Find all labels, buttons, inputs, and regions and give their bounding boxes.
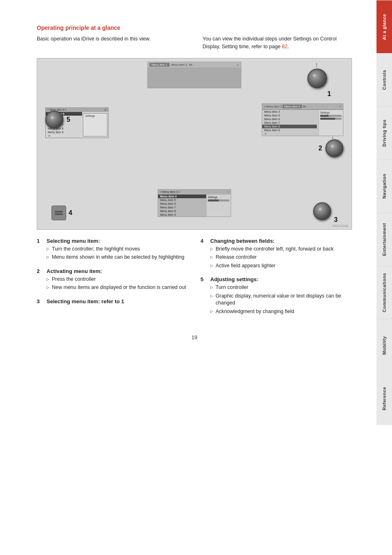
- step2-t2: Menu item 3: [283, 105, 302, 108]
- diagram-gray-screen: [148, 67, 241, 88]
- sub-item-2-1: Press the controller: [47, 276, 188, 283]
- list-number-4: 4: [200, 238, 207, 271]
- step4-body: Menu item 4 Menu item 5 Menu item 6 Menu…: [158, 195, 231, 217]
- diagram-top-tabs: Menu item 2 Menu item 3 Mi… ⊙: [148, 62, 241, 67]
- list-content-5: Adjusting settings: Turn controller Grap…: [210, 276, 352, 316]
- sidebar-tab-controls[interactable]: Controls: [376, 53, 392, 106]
- list-content-2: Activating menu item: Press the controll…: [47, 268, 188, 293]
- step4-panel: « Menu item 3 » ⊙ Menu item 4 Menu item …: [158, 189, 231, 217]
- list-number-3: 3: [37, 298, 43, 306]
- sidebar-tab-at-a-glance[interactable]: At a glance: [376, 0, 392, 53]
- step2-item4: Menu item 4: [262, 110, 317, 114]
- list-item-3: 3 Selecting menu item: refer to 1: [37, 298, 188, 306]
- step2-item9: Menu item 9: [262, 128, 317, 132]
- step2-number: 2: [318, 145, 322, 152]
- list-title-1: Selecting menu item:: [47, 238, 188, 244]
- step4-item4: Menu item 4: [158, 195, 206, 198]
- sub-list-2: Press the controller New menu items are …: [47, 276, 188, 291]
- step4-items: Menu item 4 Menu item 5 Menu item 6 Menu…: [158, 195, 206, 217]
- sub-item-4-2: Release controller: [210, 254, 352, 261]
- step1-knob-area: ↑ 1: [307, 69, 327, 88]
- step4-area: 4: [51, 206, 72, 220]
- step4-icon-bar1: [55, 211, 63, 213]
- sub-item-4-1: Briefly move the controller left, right,…: [210, 246, 352, 253]
- intro-right-text2: .: [287, 44, 289, 49]
- menu-item2-tab: Menu item 2: [149, 63, 169, 67]
- list-number-1: 1: [37, 238, 43, 262]
- menu-item3-tab: Menu item 3: [170, 63, 189, 67]
- step4-number: 4: [69, 209, 72, 217]
- sidebar-tab-navigation[interactable]: Navigation: [376, 159, 392, 213]
- sidebar-tab-driving-tips[interactable]: Driving tips: [376, 106, 392, 159]
- step2-item6: Menu item 6: [262, 117, 317, 121]
- step2-tabs: « Menu item 2 Menu item 3 Mi… ⊙: [262, 104, 343, 109]
- sub-item-2-2: New menu items are displayed or the func…: [47, 284, 188, 291]
- misc-tab: Mi…: [189, 63, 195, 66]
- list-number-5: 5: [200, 276, 207, 316]
- diagram-watermark: V31211S3/A: [332, 224, 348, 227]
- list-content-1: Selecting menu item: Turn the controller…: [47, 238, 188, 262]
- step1-knob: [307, 69, 327, 88]
- step5-knob-area: 5: [45, 111, 70, 129]
- sub-item-1-1: Turn the controller; the highlight moves: [47, 246, 188, 253]
- step4-icon-bar2: [55, 213, 63, 215]
- main-content: Operating principle at a glance Basic op…: [0, 0, 376, 555]
- step2-item5: Menu item 5: [262, 114, 317, 117]
- diagram-top-bar: Menu item 2 Menu item 3 Mi… ⊙: [147, 62, 241, 88]
- step2-t1: « Menu item 2: [264, 105, 282, 108]
- step2-item8: Menu item 8: [262, 125, 317, 128]
- step4-controller-icon: [51, 206, 66, 220]
- step4-item5: Menu item 5: [158, 198, 206, 202]
- intro-left: Basic operation via iDrive is described …: [37, 35, 186, 51]
- list-title-4: Changing between fields:: [210, 238, 352, 244]
- step2-panel: « Menu item 2 Menu item 3 Mi… ⊙ Menu ite…: [262, 103, 343, 157]
- step5-item9: Menu item 9: [46, 130, 82, 134]
- step2-knob-wrap: ↓: [325, 139, 343, 157]
- intro-page-link[interactable]: 82: [282, 44, 287, 49]
- sidebar-tab-mobility[interactable]: Mobility: [376, 319, 392, 372]
- num-list-right: 4 Changing between fields: Briefly move …: [200, 238, 352, 322]
- step5-knob: [45, 111, 63, 129]
- step4-settings: Settings: [206, 195, 231, 217]
- step2-slider2: [320, 118, 342, 120]
- intro-columns: Basic operation via iDrive is described …: [37, 35, 352, 51]
- list-item-1: 1 Selecting menu item: Turn the controll…: [37, 238, 188, 262]
- section-heading: Operating principle at a glance: [37, 25, 352, 31]
- step5-panel: « Menu item 3 » ⊙ Menu item 4 Menu item …: [45, 107, 70, 129]
- step4-menubar: « Menu item 3 » ⊙: [158, 190, 231, 195]
- step2-scroll: ▼: [262, 132, 317, 136]
- step4-item9: Menu item 9: [158, 213, 206, 217]
- step2-settings: Settings: [318, 110, 343, 136]
- step5-settings: Settings: [83, 113, 107, 137]
- step2-item7: Menu item 7: [262, 121, 317, 125]
- step2-dot: ⊙: [339, 105, 341, 108]
- intro-left-text: Basic operation via iDrive is described …: [37, 36, 151, 42]
- num-list-left: 1 Selecting menu item: Turn the controll…: [37, 238, 188, 322]
- step4-item6: Menu item 6: [158, 202, 206, 206]
- intro-right-text1: You can view the individual steps under …: [203, 36, 336, 49]
- sub-list-4: Briefly move the controller left, right,…: [210, 246, 352, 270]
- step4-menu: « Menu item 3 » ⊙ Menu item 4 Menu item …: [158, 189, 231, 217]
- step5-scroll: ▼: [46, 134, 82, 138]
- step5-number: 5: [67, 116, 70, 123]
- list-item-4: 4 Changing between fields: Briefly move …: [200, 238, 352, 271]
- list-title-5: Adjusting settings:: [210, 276, 352, 282]
- sub-list-5: Turn controller Graphic display, numeric…: [210, 284, 352, 315]
- step4-back: « Menu item 3 »: [160, 190, 180, 193]
- step1-arrow: ↑: [315, 61, 318, 69]
- sidebar-tab-entertainment[interactable]: Entertainment: [376, 213, 392, 266]
- diagram: Menu item 2 Menu item 3 Mi… ⊙ ↑ 1 « Menu…: [37, 58, 352, 230]
- list-item-2: 2 Activating menu item: Press the contro…: [37, 268, 188, 293]
- step2-items: Menu item 4 Menu item 5 Menu item 6 Menu…: [262, 110, 317, 136]
- step3-area: 3: [313, 202, 331, 220]
- step2-tabbar: « Menu item 2 Menu item 3 Mi… ⊙: [262, 103, 343, 110]
- close-dot: ⊙: [236, 63, 239, 67]
- sub-item-5-1: Turn controller: [210, 284, 352, 291]
- step4-item8: Menu item 8: [158, 209, 206, 213]
- sidebar-tab-communications[interactable]: Communications: [376, 266, 392, 319]
- step3-knob: [313, 202, 331, 220]
- numbered-lists: 1 Selecting menu item: Turn the controll…: [37, 238, 352, 322]
- list-title-2: Activating menu item:: [47, 268, 188, 274]
- sidebar-tab-reference[interactable]: Reference: [376, 372, 392, 425]
- list-title-3: Selecting menu item: refer to 1: [47, 298, 188, 304]
